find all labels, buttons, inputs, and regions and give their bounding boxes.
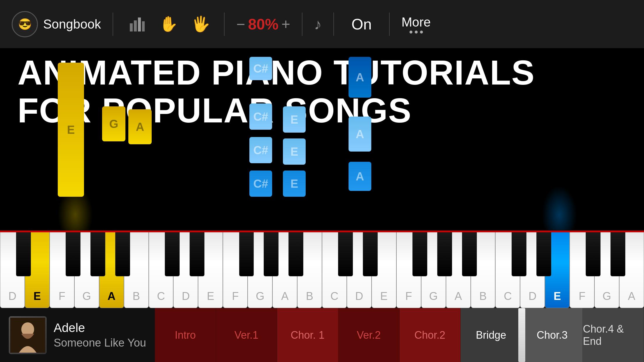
falling-note-7: E: [283, 106, 306, 133]
section-btn-chor4end[interactable]: Chor.4 & End: [583, 308, 644, 362]
section-btn-chor2[interactable]: Chor.2: [400, 308, 461, 362]
black-key-3[interactable]: [115, 232, 130, 276]
svg-rect-2: [138, 17, 141, 31]
more-button[interactable]: More: [401, 15, 430, 34]
key-label: A: [628, 290, 635, 303]
title-line1: ANIMATED PIANO TUTORIALS FOR POPULAR SON…: [18, 54, 535, 130]
key-label: G: [429, 290, 438, 303]
key-label: F: [579, 290, 585, 303]
falling-note-10: A: [349, 57, 371, 98]
song-title: Someone Like You: [54, 337, 146, 349]
song-text: Adele Someone Like You: [54, 321, 146, 349]
key-label: C: [504, 290, 512, 303]
piano-container: DEFGABCDEFGABCDEFGABCDEFGA: [0, 232, 644, 308]
key-label: E: [380, 290, 388, 303]
section-btn-intro[interactable]: Intro: [155, 308, 216, 362]
song-info: Adele Someone Like You: [0, 316, 155, 354]
more-dots: [410, 31, 423, 34]
svg-rect-0: [130, 23, 133, 31]
key-label: E: [207, 290, 214, 303]
key-label: A: [281, 290, 288, 303]
black-key-14[interactable]: [512, 232, 526, 276]
section-btn-chor3[interactable]: Chor.3: [522, 308, 583, 362]
section-btn-bridge[interactable]: Bridge: [461, 308, 522, 362]
falling-note-8: E: [283, 138, 306, 165]
piano-keyboard[interactable]: DEFGABCDEFGABCDEFGABCDEFGA: [0, 232, 644, 308]
increase-button[interactable]: +: [281, 15, 290, 33]
falling-note-2: A: [128, 109, 152, 144]
logo-icon: 😎: [12, 11, 38, 37]
percent-control: − 80% +: [236, 15, 290, 33]
falling-note-11: A: [349, 117, 371, 152]
black-key-5[interactable]: [190, 232, 204, 276]
key-label: G: [256, 290, 265, 303]
svg-rect-3: [142, 21, 145, 31]
section-btn-chor1[interactable]: Chor. 1: [277, 308, 338, 362]
key-label: F: [59, 290, 65, 303]
black-key-6[interactable]: [239, 232, 254, 276]
falling-note-6: C#: [249, 171, 272, 197]
key-label: E: [554, 290, 561, 303]
logo-area: 😎 Songbook: [12, 11, 101, 37]
falling-note-12: A: [349, 162, 371, 191]
black-key-0[interactable]: [16, 232, 31, 276]
black-key-16[interactable]: [586, 232, 601, 276]
section-btn-ver2[interactable]: Ver.2: [338, 308, 400, 362]
black-key-1[interactable]: [66, 232, 80, 276]
left-hand-icon[interactable]: ✋: [157, 13, 180, 36]
key-label: D: [8, 290, 16, 303]
song-avatar: [9, 316, 47, 354]
percent-value: 80%: [248, 15, 279, 33]
key-label: F: [405, 290, 412, 303]
key-label: E: [34, 290, 41, 303]
black-key-2[interactable]: [90, 232, 105, 276]
black-key-8[interactable]: [288, 232, 303, 276]
song-artist: Adele: [54, 321, 146, 335]
bar-chart-icon[interactable]: [125, 13, 148, 36]
main-area: ANIMATED PIANO TUTORIALS FOR POPULAR SON…: [0, 48, 644, 308]
on-toggle[interactable]: On: [346, 13, 377, 36]
black-key-15[interactable]: [536, 232, 551, 276]
black-key-11[interactable]: [412, 232, 427, 276]
decrease-button[interactable]: −: [236, 15, 245, 33]
black-key-17[interactable]: [610, 232, 625, 276]
black-key-4[interactable]: [165, 232, 180, 276]
key-label: F: [232, 290, 239, 303]
key-label: B: [306, 290, 313, 303]
svg-rect-1: [134, 20, 137, 31]
falling-note-1: G: [102, 106, 125, 141]
black-key-9[interactable]: [338, 232, 353, 276]
bridge-slider-handle[interactable]: [518, 308, 525, 362]
black-key-13[interactable]: [462, 232, 477, 276]
separator-2: [224, 13, 225, 36]
key-label: C: [157, 290, 165, 303]
section-btn-ver1[interactable]: Ver.1: [216, 308, 277, 362]
falling-note-3: C#: [249, 57, 272, 80]
falling-note-5: C#: [249, 137, 272, 163]
right-hand-icon[interactable]: 🖐: [189, 13, 212, 36]
title-overlay: ANIMATED PIANO TUTORIALS FOR POPULAR SON…: [18, 54, 535, 130]
key-label: G: [82, 290, 91, 303]
bottom-bar: Adele Someone Like You IntroVer.1Chor. 1…: [0, 308, 644, 362]
key-label: A: [107, 290, 115, 303]
separator-3: [302, 13, 302, 36]
key-label: B: [479, 290, 487, 303]
key-label: D: [355, 290, 363, 303]
black-key-7[interactable]: [264, 232, 279, 276]
falling-note-9: E: [283, 171, 306, 197]
falling-note-0: E: [58, 63, 84, 197]
top-bar: 😎 Songbook ✋ 🖐 − 80% + ♪ On More: [0, 0, 644, 48]
key-label: G: [603, 290, 611, 303]
key-label: B: [132, 290, 140, 303]
key-label: A: [454, 290, 462, 303]
separator-5: [389, 13, 390, 36]
section-bar: IntroVer.1Chor. 1Ver.2Chor.2BridgeChor.3…: [155, 308, 644, 362]
separator-1: [113, 13, 113, 36]
black-key-10[interactable]: [363, 232, 378, 276]
note-icon[interactable]: ♪: [314, 15, 322, 33]
black-key-12[interactable]: [437, 232, 452, 276]
app-title: Songbook: [43, 17, 101, 31]
key-label: C: [330, 290, 338, 303]
falling-note-4: C#: [249, 103, 272, 130]
separator-4: [333, 13, 334, 36]
